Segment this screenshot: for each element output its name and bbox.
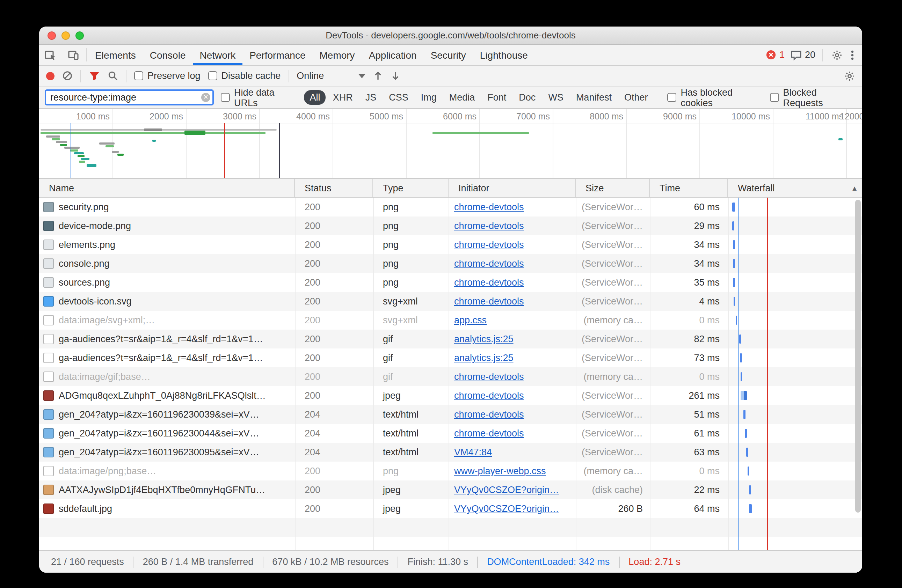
- file-thumbnail-icon: [43, 220, 54, 231]
- import-har-button[interactable]: [373, 70, 382, 81]
- initiator-link[interactable]: analytics.js:25: [454, 334, 514, 344]
- waterfall-bar: [741, 391, 747, 400]
- initiator-link[interactable]: chrome-devtools: [454, 258, 524, 269]
- table-row[interactable]: sddefault.jpg200jpegVYyQv0CSZOE?origin…2…: [39, 499, 862, 518]
- initiator-link[interactable]: VYyQv0CSZOE?origin…: [454, 504, 559, 514]
- filter-pill-css[interactable]: CSS: [383, 90, 414, 105]
- initiator-link[interactable]: chrome-devtools: [454, 239, 524, 250]
- initiator-link[interactable]: app.css: [454, 315, 487, 325]
- table-row[interactable]: gen_204?atyp=i&zx=1601196230039&sei=xV…2…: [39, 405, 862, 424]
- checkbox-box: [770, 93, 779, 102]
- column-label: Type: [383, 183, 404, 193]
- filter-pill-ws[interactable]: WS: [543, 90, 569, 105]
- clear-requests-button[interactable]: [62, 70, 73, 81]
- tab-elements[interactable]: Elements: [88, 45, 143, 65]
- table-row[interactable]: data:image/svg+xml;…200svg+xmlapp.css(me…: [39, 311, 862, 330]
- filter-toggle-button[interactable]: [89, 71, 100, 81]
- initiator-link[interactable]: chrome-devtools: [454, 220, 524, 231]
- table-row[interactable]: ADGmqu8qexLZuhphT_0Aj88Ng8riLFKASQlslt…2…: [39, 386, 862, 405]
- tab-security[interactable]: Security: [424, 45, 473, 65]
- table-row[interactable]: elements.png200pngchrome-devtools(Servic…: [39, 235, 862, 254]
- device-toolbar-button[interactable]: [62, 45, 85, 65]
- initiator-link[interactable]: VYyQv0CSZOE?origin…: [454, 485, 559, 495]
- table-row[interactable]: console.png200pngchrome-devtools(Service…: [39, 254, 862, 273]
- tab-application[interactable]: Application: [362, 45, 424, 65]
- summary-resources: 670 kB / 10.2 MB resources: [262, 556, 398, 568]
- close-button[interactable]: [47, 31, 56, 40]
- column-header-name[interactable]: Name: [39, 179, 295, 197]
- table-row[interactable]: data:image/png;base…200pngwww-player-web…: [39, 461, 862, 480]
- column-header-status[interactable]: Status: [295, 179, 373, 197]
- table-row[interactable]: device-mode.png200pngchrome-devtools(Ser…: [39, 216, 862, 235]
- initiator-link[interactable]: chrome-devtools: [454, 390, 524, 401]
- tab-memory[interactable]: Memory: [313, 45, 362, 65]
- column-header-time[interactable]: Time: [650, 179, 728, 197]
- table-row[interactable]: gen_204?atyp=i&zx=1601196230044&sei=xV…2…: [39, 424, 862, 443]
- cell-status: 200: [295, 504, 373, 514]
- initiator-link[interactable]: chrome-devtools: [454, 202, 524, 212]
- filter-pill-manifest[interactable]: Manifest: [570, 90, 617, 105]
- throttling-select[interactable]: Online: [297, 70, 365, 81]
- cell-initiator: chrome-devtools: [449, 296, 576, 307]
- filter-pill-all[interactable]: All: [304, 90, 326, 105]
- tab-performance[interactable]: Performance: [243, 45, 312, 65]
- tab-console[interactable]: Console: [143, 45, 193, 65]
- cell-waterfall: [728, 330, 862, 349]
- table-row[interactable]: security.png200pngchrome-devtools(Servic…: [39, 198, 862, 216]
- column-header-initiator[interactable]: Initiator: [449, 179, 576, 197]
- panel-tabs: ElementsConsoleNetworkPerformanceMemoryA…: [88, 45, 535, 65]
- table-row[interactable]: AATXAJywSIpD1jf4EbqHXTfbe0mnyHqGFNTu…200…: [39, 480, 862, 499]
- record-button[interactable]: [46, 72, 55, 80]
- minimize-button[interactable]: [61, 31, 70, 40]
- clear-filter-icon[interactable]: ✕: [201, 93, 210, 102]
- cell-time: 0 ms: [650, 466, 728, 476]
- export-har-button[interactable]: [390, 70, 400, 81]
- inspect-element-button[interactable]: [39, 45, 62, 65]
- initiator-link[interactable]: www-player-webp.css: [454, 466, 546, 476]
- column-header-waterfall[interactable]: Waterfall▲: [728, 179, 862, 197]
- initiator-link[interactable]: chrome-devtools: [454, 409, 524, 420]
- table-row[interactable]: gen_204?atyp=i&zx=1601196230095&sei=xV…2…: [39, 443, 862, 461]
- initiator-link[interactable]: chrome-devtools: [454, 296, 524, 307]
- file-thumbnail-icon: [43, 447, 54, 457]
- disable-cache-checkbox[interactable]: Disable cache: [208, 70, 281, 81]
- filter-pill-xhr[interactable]: XHR: [327, 90, 359, 105]
- initiator-link[interactable]: analytics.js:25: [454, 353, 514, 363]
- devtools-menu-button[interactable]: [850, 49, 855, 60]
- throttling-value: Online: [297, 70, 324, 81]
- table-row[interactable]: data:image/gif;base…200gifchrome-devtool…: [39, 368, 862, 386]
- filter-pill-media[interactable]: Media: [444, 90, 481, 105]
- hide-data-urls-checkbox[interactable]: Hide data URLs: [221, 87, 297, 108]
- tab-network[interactable]: Network: [193, 45, 243, 65]
- initiator-link[interactable]: chrome-devtools: [454, 428, 524, 439]
- devtools-settings-button[interactable]: [830, 49, 844, 60]
- column-header-type[interactable]: Type: [373, 179, 449, 197]
- filter-pill-js[interactable]: JS: [360, 90, 382, 105]
- initiator-link[interactable]: chrome-devtools: [454, 277, 524, 288]
- table-row[interactable]: devtools-icon.svg200svg+xmlchrome-devtoo…: [39, 292, 862, 311]
- tab-lighthouse[interactable]: Lighthouse: [473, 45, 535, 65]
- cell-initiator: app.css: [449, 315, 576, 325]
- issues-badge[interactable]: 20: [790, 49, 815, 60]
- table-row[interactable]: ga-audiences?t=sr&aip=1&_r=4&slf_rd=1&v=…: [39, 349, 862, 368]
- error-badge[interactable]: 1: [766, 50, 785, 60]
- table-row[interactable]: sources.png200pngchrome-devtools(Service…: [39, 273, 862, 292]
- initiator-link[interactable]: chrome-devtools: [454, 372, 524, 382]
- has-blocked-cookies-checkbox[interactable]: Has blocked cookies: [667, 87, 763, 108]
- network-overview[interactable]: 1000 ms2000 ms3000 ms4000 ms5000 ms6000 …: [39, 109, 862, 179]
- column-header-size[interactable]: Size: [576, 179, 650, 197]
- filter-pill-doc[interactable]: Doc: [513, 90, 541, 105]
- initiator-link[interactable]: VM47:84: [454, 447, 492, 457]
- search-button[interactable]: [108, 70, 118, 81]
- scrollbar-thumb[interactable]: [855, 200, 861, 513]
- preserve-log-checkbox[interactable]: Preserve log: [134, 70, 200, 81]
- table-row[interactable]: ga-audiences?t=sr&aip=1&_r=4&slf_rd=1&v=…: [39, 330, 862, 349]
- blocked-requests-checkbox[interactable]: Blocked Requests: [770, 87, 855, 108]
- preserve-log-label: Preserve log: [147, 70, 200, 81]
- network-settings-button[interactable]: [844, 70, 855, 81]
- filter-pill-font[interactable]: Font: [482, 90, 512, 105]
- filter-pill-other[interactable]: Other: [619, 90, 654, 105]
- network-filter-input[interactable]: [45, 89, 214, 105]
- zoom-button[interactable]: [75, 31, 84, 40]
- filter-pill-img[interactable]: Img: [415, 90, 442, 105]
